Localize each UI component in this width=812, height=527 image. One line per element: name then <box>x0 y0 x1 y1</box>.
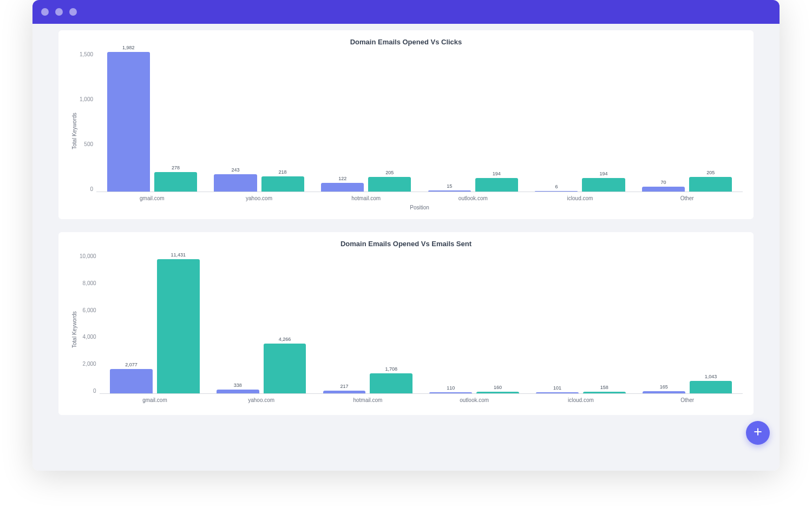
bar-wrap: 2,077 <box>110 362 153 393</box>
y-tick: 4,000 <box>83 334 96 340</box>
bar[interactable] <box>261 176 304 192</box>
x-tick-label: icloud.com <box>528 397 634 403</box>
category-group: 1,982278 <box>99 45 206 192</box>
chart-card-opened-vs-sent: Domain Emails Opened Vs Emails Sent Tota… <box>58 232 754 415</box>
bar-value-label: 70 <box>661 180 666 185</box>
x-tick-label: hotmail.com <box>312 195 420 201</box>
bar[interactable] <box>368 177 411 192</box>
y-tick: 2,000 <box>83 361 96 367</box>
category-group: 122205 <box>312 170 420 192</box>
bar[interactable] <box>583 392 626 393</box>
bar-value-label: 1,043 <box>705 374 717 379</box>
chart-body: Total Keywords 10,0008,0006,0004,0002,00… <box>69 253 743 406</box>
y-axis-label: Total Keywords <box>69 253 80 406</box>
x-tick-label: icloud.com <box>527 195 634 201</box>
traffic-light-close[interactable] <box>41 8 49 16</box>
x-tick-label: Other <box>633 195 741 201</box>
x-tick-label: gmail.com <box>99 195 206 201</box>
bar-wrap: 122 <box>321 176 364 192</box>
bar[interactable] <box>264 344 306 393</box>
y-tick: 10,000 <box>80 253 96 259</box>
add-button[interactable] <box>746 421 770 445</box>
x-tick-label: outlook.com <box>420 195 527 201</box>
bar-wrap: 205 <box>689 170 732 192</box>
category-group: 6194 <box>527 171 634 192</box>
content-area: Domain Emails Opened Vs Clicks Total Key… <box>32 24 780 471</box>
bar-wrap: 15 <box>428 183 471 192</box>
bar[interactable] <box>429 392 472 393</box>
y-axis-ticks: 1,5001,0005000 <box>80 51 96 192</box>
bar-value-label: 205 <box>706 170 715 175</box>
traffic-lights <box>41 8 77 16</box>
category-group: 243218 <box>206 167 313 192</box>
bar[interactable] <box>643 391 685 393</box>
y-tick: 0 <box>93 388 96 394</box>
bar-value-label: 205 <box>385 170 394 175</box>
y-tick: 500 <box>84 141 93 147</box>
bars-row: 1,98227824321812220515194619470205 <box>96 51 743 192</box>
x-axis-title: Position <box>96 205 743 210</box>
bar[interactable] <box>642 187 685 192</box>
category-group: 3384,266 <box>208 337 315 393</box>
bar[interactable] <box>536 392 579 393</box>
bar-wrap: 165 <box>643 384 685 393</box>
bar-value-label: 217 <box>340 384 349 389</box>
bar[interactable] <box>154 172 197 192</box>
bar-wrap: 4,266 <box>264 337 306 393</box>
bar-wrap: 158 <box>583 385 626 393</box>
bars-row: 2,07711,4313384,2662171,7081101601011581… <box>100 253 743 394</box>
plot-area: 1,98227824321812220515194619470205 gmail… <box>96 51 743 210</box>
category-group: 70205 <box>633 170 741 192</box>
bar[interactable] <box>370 373 412 393</box>
bar[interactable] <box>535 191 578 192</box>
x-tick-label: hotmail.com <box>315 397 421 403</box>
bar-value-label: 1,982 <box>122 45 135 50</box>
x-axis-labels: gmail.comyahoo.comhotmail.comoutlook.com… <box>96 192 743 201</box>
bar[interactable] <box>582 178 625 192</box>
bar[interactable] <box>690 381 732 393</box>
y-tick: 8,000 <box>83 280 96 286</box>
bar-wrap: 278 <box>154 165 197 192</box>
bar-wrap: 110 <box>429 385 472 393</box>
bar[interactable] <box>107 52 150 192</box>
bar[interactable] <box>428 190 471 192</box>
traffic-light-zoom[interactable] <box>69 8 77 16</box>
bar-value-label: 11,431 <box>171 252 186 258</box>
bar-wrap: 70 <box>642 180 685 192</box>
bar[interactable] <box>689 177 732 192</box>
y-axis-ticks: 10,0008,0006,0004,0002,0000 <box>80 253 100 394</box>
bar-wrap: 218 <box>261 169 304 192</box>
chart-card-opened-vs-clicks: Domain Emails Opened Vs Clicks Total Key… <box>58 30 754 219</box>
bar-wrap: 217 <box>323 384 366 393</box>
y-axis-label: Total Keywords <box>69 51 80 210</box>
bar[interactable] <box>157 259 200 393</box>
category-group: 2171,708 <box>315 366 421 393</box>
chart-body: Total Keywords 1,5001,0005000 1,98227824… <box>69 51 743 210</box>
bar-wrap: 243 <box>214 167 257 192</box>
bar[interactable] <box>321 183 364 192</box>
bar-value-label: 158 <box>600 385 608 390</box>
bar-wrap: 338 <box>217 383 259 393</box>
x-tick-label: outlook.com <box>421 397 528 403</box>
bar[interactable] <box>475 178 518 192</box>
category-group: 110160 <box>421 385 528 393</box>
bar-value-label: 278 <box>172 165 180 170</box>
bar-value-label: 160 <box>494 385 502 390</box>
bar[interactable] <box>323 391 366 393</box>
x-tick-label: yahoo.com <box>208 397 315 403</box>
bar[interactable] <box>214 174 257 192</box>
bar-wrap: 205 <box>368 170 411 192</box>
bar[interactable] <box>476 392 519 393</box>
y-tick: 0 <box>90 186 93 192</box>
bar-wrap: 1,043 <box>690 374 732 393</box>
bar-value-label: 15 <box>447 183 452 189</box>
bar[interactable] <box>110 369 153 393</box>
y-tick: 1,000 <box>80 96 93 102</box>
bar[interactable] <box>217 390 259 393</box>
bar-value-label: 101 <box>553 385 561 391</box>
traffic-light-minimize[interactable] <box>55 8 63 16</box>
bar-value-label: 1,708 <box>385 366 398 372</box>
plus-icon <box>752 426 763 439</box>
browser-frame: Domain Emails Opened Vs Clicks Total Key… <box>32 0 780 471</box>
bar-value-label: 243 <box>231 167 239 173</box>
